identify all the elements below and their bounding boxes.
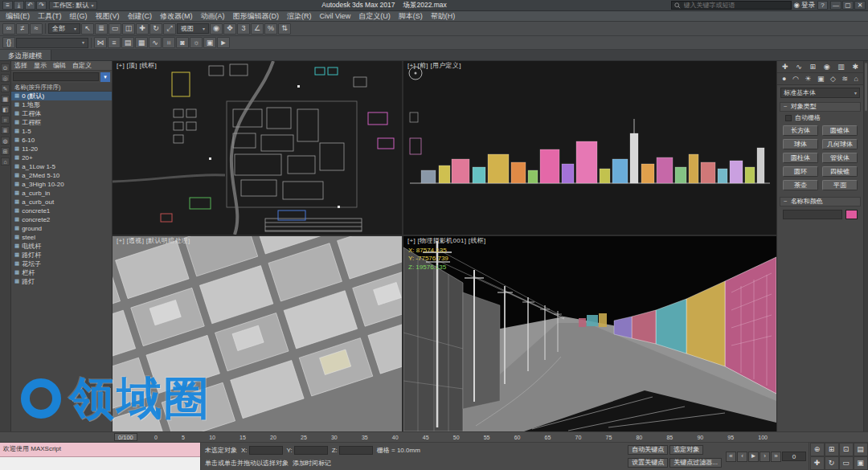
list-item[interactable]: ▦ 20+ [11, 153, 112, 162]
toolbar-icon[interactable]: ≠ [16, 23, 29, 35]
explorer-filter-icon[interactable]: ◧ [1, 105, 10, 113]
list-item[interactable]: ▦ 栏杆 [11, 268, 112, 277]
list-item[interactable]: ▦ a_curb_in [11, 189, 112, 198]
toolbar-icon[interactable]: ▭ [108, 23, 121, 35]
menu-item[interactable]: 编辑(E) [2, 11, 34, 22]
toolbar-icon[interactable]: ≣ [95, 23, 108, 35]
primitive-button[interactable]: 平面 [822, 180, 858, 190]
named-selection-sets-dropdown[interactable]: ▾ [16, 38, 88, 48]
listener-script-line[interactable] [0, 457, 200, 470]
explorer-filter-icon[interactable]: ⊙ [1, 63, 10, 72]
primitive-button[interactable]: 圆环 [783, 166, 818, 177]
help-icon[interactable]: ? [817, 1, 828, 10]
object-name-field[interactable] [783, 210, 842, 219]
list-item[interactable]: ▦ concrete1 [11, 206, 112, 215]
list-item[interactable]: ▦ a_curb_out [11, 198, 112, 206]
primitive-button[interactable]: 圆柱体 [783, 153, 818, 163]
add-time-tag[interactable]: 添加时间标记 [293, 460, 331, 467]
list-item[interactable]: ▦ 0 (默认) [11, 92, 112, 100]
coordinate-input[interactable] [339, 446, 373, 455]
listener-macro-line[interactable]: 欢迎使用 MAXScript [0, 443, 200, 457]
primitive-button[interactable]: 茶壶 [783, 180, 818, 190]
toolbar-icon[interactable]: ⌗ [162, 37, 175, 48]
list-item[interactable]: ▦ a_3High 10-20 [11, 180, 112, 189]
create-category-tab[interactable]: ≋ [841, 76, 848, 83]
list-item[interactable]: ▦ 花坛子 [11, 260, 112, 268]
toolbar-icon[interactable]: ✥ [223, 23, 236, 35]
create-category-tab[interactable]: ◠ [792, 76, 799, 83]
explorer-filter-icon[interactable]: ✎ [1, 84, 10, 92]
create-category-tab[interactable]: ● [782, 76, 786, 83]
window-control-button[interactable]: ▢ [842, 1, 854, 10]
menu-item[interactable]: 修改器(M) [156, 11, 197, 22]
primitive-button[interactable]: 圆锥体 [822, 125, 858, 136]
list-item[interactable]: ▦ 路灯杆 [11, 251, 112, 260]
object-color-swatch[interactable] [845, 210, 858, 219]
explorer-filter-button[interactable]: ▾ [100, 72, 110, 82]
name-color-rollout-header[interactable]: − 名称和颜色 [780, 197, 861, 206]
command-panel-scrollbar[interactable] [863, 61, 868, 431]
explorer-menu-item[interactable]: 选择 [11, 61, 31, 70]
viewport-nav-button[interactable]: ↻ [825, 456, 839, 470]
viewport-label[interactable]: [+] [透视] [默认明暗处理] [117, 238, 190, 244]
command-panel-tab[interactable]: ◉ [824, 63, 830, 71]
playback-button[interactable]: » [771, 452, 781, 462]
viewport-label[interactable]: [+] [前] [用户定义] [407, 63, 461, 69]
menu-item[interactable]: 视图(V) [92, 11, 124, 22]
current-frame-field[interactable] [782, 452, 806, 461]
viewport-front[interactable]: [+] [前] [用户定义] [403, 61, 776, 235]
list-item[interactable]: ▦ 路灯 [11, 277, 112, 286]
command-panel-tab[interactable]: ▥ [837, 63, 845, 71]
list-item[interactable]: ▦ 6-10 [11, 136, 112, 145]
scrollbar-thumb[interactable] [865, 63, 867, 111]
time-slider-handle[interactable]: 0/100 [114, 433, 137, 441]
menu-item[interactable]: 自定义(U) [354, 11, 395, 22]
autogrid-checkbox[interactable] [785, 115, 792, 121]
explorer-menu-item[interactable]: 显示 [31, 61, 50, 70]
window-control-button[interactable]: ✕ [854, 1, 866, 10]
toolbar-icon[interactable]: ↻ [149, 23, 162, 35]
toolbar-icon[interactable]: ▦ [135, 37, 148, 48]
playback-button[interactable]: › [760, 452, 770, 462]
menu-item[interactable]: 组(G) [66, 11, 92, 22]
viewport-top[interactable]: [+] [顶] [线框] [113, 61, 402, 235]
list-item[interactable]: ▦ 1.地形 [11, 100, 112, 109]
auto-key-button[interactable]: 自动关键点 [628, 445, 668, 455]
toolbar-icon[interactable]: ▤ [121, 37, 134, 48]
track-bar[interactable]: 0/100 0510152025303540455055606570758085… [0, 431, 868, 442]
command-panel-tab[interactable]: ⊞ [809, 63, 816, 71]
toolbar-icon[interactable]: ◉ [210, 23, 223, 35]
playback-button[interactable]: ► [748, 452, 759, 462]
toolbar-icon[interactable]: ⇅ [278, 23, 291, 35]
playback-button[interactable]: ‹ [737, 452, 747, 462]
create-category-tab[interactable]: ⌂ [854, 76, 858, 83]
object-type-rollout-header[interactable]: − 对象类型 [780, 102, 861, 112]
search-input[interactable] [682, 2, 788, 10]
list-item[interactable]: ▦ 电线杆 [11, 242, 112, 251]
viewport-nav-button[interactable]: ⊞ [825, 443, 839, 456]
quick-access-icon[interactable]: ↷ [36, 1, 47, 10]
create-category-tab[interactable]: ▣ [817, 76, 825, 83]
toolbar-icon[interactable]: % [264, 23, 277, 35]
viewport-nav-button[interactable]: ⊕ [810, 443, 825, 456]
command-panel-tab[interactable]: ∿ [796, 63, 802, 71]
toolbar-icon[interactable]: ∠ [251, 23, 264, 35]
list-item[interactable]: ▦ concrete2 [11, 215, 112, 224]
viewport-nav-button[interactable]: ▤ [854, 443, 868, 456]
sign-in-button[interactable]: ◉ 登录 [794, 2, 815, 9]
toolbar-icon[interactable]: ☼ [190, 37, 203, 48]
primitive-button[interactable]: 几何球体 [822, 139, 858, 149]
list-item[interactable]: ▦ steel [11, 233, 112, 242]
viewport-camera[interactable]: [+] [物理摄影机001] [线框] X: 87574.135Y: -7757… [403, 236, 776, 431]
explorer-filter-icon[interactable]: ⌂ [1, 157, 10, 166]
workspace-dropdown[interactable]: 工作区: 默认 ▾ [49, 1, 97, 10]
explorer-filter-icon[interactable]: ⊞ [1, 147, 10, 155]
toolbar-icon[interactable]: {} [2, 37, 15, 48]
primitive-type-dropdown[interactable]: 标准基本体 ▾ [780, 88, 860, 98]
command-panel-tab[interactable]: ✚ [782, 63, 788, 71]
explorer-filter-icon[interactable]: ⌗ [1, 116, 10, 124]
coordinate-input[interactable] [294, 446, 328, 455]
list-item[interactable]: ▦ 1-5 [11, 127, 112, 136]
set-key-button[interactable]: 设置关键点 [628, 458, 668, 468]
menu-item[interactable]: 帮助(H) [427, 11, 460, 22]
